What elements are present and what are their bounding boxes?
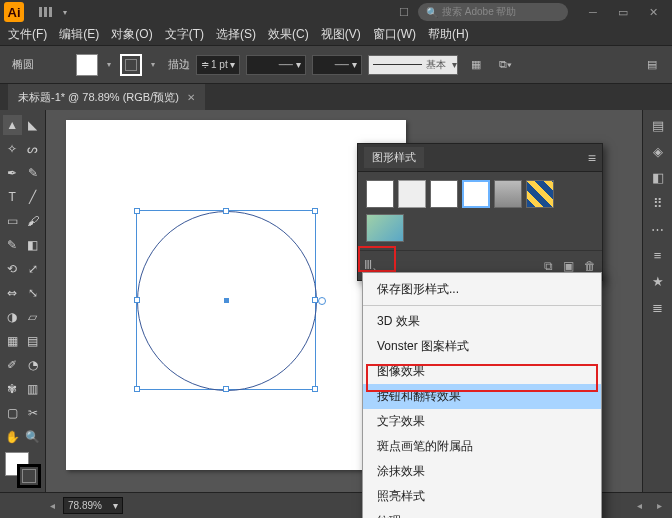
- resize-handle[interactable]: [134, 297, 140, 303]
- layers-panel-icon[interactable]: ≣: [647, 296, 669, 318]
- menu-item-text-effect[interactable]: 文字效果: [363, 409, 601, 434]
- graphic-style-swatch[interactable]: [526, 180, 554, 208]
- close-button[interactable]: ✕: [638, 2, 668, 22]
- shape-builder-tool-icon[interactable]: ◑: [3, 307, 22, 327]
- menu-select[interactable]: 选择(S): [210, 23, 262, 46]
- menu-item-illuminate[interactable]: 照亮样式: [363, 484, 601, 509]
- scale-tool-icon[interactable]: ⤢: [24, 259, 43, 279]
- pen-tool-icon[interactable]: ✒: [3, 163, 22, 183]
- variable-width-profile[interactable]: ── ▾: [246, 55, 306, 75]
- resize-handle[interactable]: [223, 386, 229, 392]
- brush-definition[interactable]: ── ▾: [312, 55, 362, 75]
- resize-handle[interactable]: [134, 208, 140, 214]
- eraser-tool-icon[interactable]: ◧: [24, 235, 43, 255]
- menu-view[interactable]: 视图(V): [315, 23, 367, 46]
- panel-menu-icon[interactable]: ≡: [588, 150, 596, 166]
- selection-bounding-box[interactable]: [136, 210, 316, 390]
- zoom-level-input[interactable]: 78.89%▾: [63, 497, 123, 514]
- graphic-style-swatch[interactable]: [398, 180, 426, 208]
- rectangle-tool-icon[interactable]: ▭: [3, 211, 22, 231]
- fill-dropdown-icon[interactable]: ▾: [104, 60, 114, 69]
- menu-type[interactable]: 文字(T): [159, 23, 210, 46]
- selection-tool-icon[interactable]: ▲: [3, 115, 22, 135]
- fill-stroke-indicator[interactable]: [5, 452, 41, 488]
- menu-effect[interactable]: 效果(C): [262, 23, 315, 46]
- direct-selection-tool-icon[interactable]: ◣: [24, 115, 43, 135]
- paintbrush-tool-icon[interactable]: 🖌: [24, 211, 43, 231]
- resize-handle[interactable]: [312, 386, 318, 392]
- menu-edit[interactable]: 编辑(E): [53, 23, 105, 46]
- sync-icon[interactable]: ☐: [390, 2, 418, 22]
- mesh-tool-icon[interactable]: ▦: [3, 331, 22, 351]
- resize-handle[interactable]: [312, 208, 318, 214]
- minimize-button[interactable]: ─: [578, 2, 608, 22]
- close-tab-icon[interactable]: ✕: [187, 92, 195, 103]
- options-icon[interactable]: ▤: [640, 53, 664, 77]
- magic-wand-tool-icon[interactable]: ✧: [3, 139, 22, 159]
- shaper-tool-icon[interactable]: ✎: [3, 235, 22, 255]
- panel-tab-graphic-styles[interactable]: 图形样式: [364, 147, 424, 168]
- nav-prev-icon[interactable]: ◂: [50, 500, 55, 511]
- graphic-style-preview-thumb[interactable]: [366, 214, 404, 242]
- column-graph-tool-icon[interactable]: ▥: [24, 379, 43, 399]
- workspace-switcher-icon[interactable]: [32, 2, 60, 22]
- opacity-icon[interactable]: ▦: [464, 53, 488, 77]
- menu-help[interactable]: 帮助(H): [422, 23, 475, 46]
- gradient-tool-icon[interactable]: ▤: [24, 331, 43, 351]
- rotate-tool-icon[interactable]: ⟲: [3, 259, 22, 279]
- zoom-tool-icon[interactable]: 🔍: [24, 427, 43, 447]
- break-link-icon[interactable]: ⧉: [544, 259, 553, 273]
- slice-tool-icon[interactable]: ✂: [24, 403, 43, 423]
- stroke-dropdown-icon[interactable]: ▾: [148, 60, 158, 69]
- width-tool-icon[interactable]: ⇔: [3, 283, 22, 303]
- resize-handle[interactable]: [223, 208, 229, 214]
- menu-item-blob-brush[interactable]: 斑点画笔的附属品: [363, 434, 601, 459]
- blend-tool-icon[interactable]: ◔: [24, 355, 43, 375]
- scroll-right-icon[interactable]: ▸: [652, 499, 666, 513]
- panel-header[interactable]: 图形样式 ≡: [358, 144, 602, 172]
- chevron-down-icon[interactable]: ▾: [60, 8, 70, 17]
- menu-window[interactable]: 窗口(W): [367, 23, 422, 46]
- perspective-tool-icon[interactable]: ▱: [24, 307, 43, 327]
- align-icon[interactable]: ⧉▾: [494, 53, 518, 77]
- eyedropper-tool-icon[interactable]: ✐: [3, 355, 22, 375]
- type-tool-icon[interactable]: T: [3, 187, 22, 207]
- menu-object[interactable]: 对象(O): [105, 23, 158, 46]
- document-tab[interactable]: 未标题-1* @ 78.89% (RGB/预览) ✕: [8, 84, 205, 110]
- delete-style-icon[interactable]: 🗑: [584, 259, 596, 273]
- color-panel-icon[interactable]: ◧: [647, 166, 669, 188]
- menu-item-vonster[interactable]: Vonster 图案样式: [363, 334, 601, 359]
- swatches-panel-icon[interactable]: ⠿: [647, 192, 669, 214]
- symbol-sprayer-tool-icon[interactable]: ✾: [3, 379, 22, 399]
- scroll-left-icon[interactable]: ◂: [632, 499, 646, 513]
- menu-item-texture[interactable]: 纹理: [363, 509, 601, 518]
- line-tool-icon[interactable]: ╱: [24, 187, 43, 207]
- resize-handle[interactable]: [134, 386, 140, 392]
- graphic-style-swatch[interactable]: [430, 180, 458, 208]
- artboard-tool-icon[interactable]: ▢: [3, 403, 22, 423]
- brushes-panel-icon[interactable]: ⋯: [647, 218, 669, 240]
- graphic-style-swatch[interactable]: [494, 180, 522, 208]
- libraries-panel-icon[interactable]: ◈: [647, 140, 669, 162]
- hand-tool-icon[interactable]: ✋: [3, 427, 22, 447]
- stroke-weight-input[interactable]: ≑1 pt▾: [196, 55, 240, 75]
- fill-swatch[interactable]: [76, 54, 98, 76]
- symbols-panel-icon[interactable]: ★: [647, 270, 669, 292]
- properties-panel-icon[interactable]: ▤: [647, 114, 669, 136]
- graphic-style-swatch-selected[interactable]: [462, 180, 490, 208]
- menu-item-3d-effect[interactable]: 3D 效果: [363, 305, 601, 334]
- menu-item-save-style[interactable]: 保存图形样式...: [363, 277, 601, 302]
- help-search-input[interactable]: 🔍 搜索 Adobe 帮助: [418, 3, 568, 21]
- curvature-tool-icon[interactable]: ✎: [24, 163, 43, 183]
- stroke-swatch[interactable]: [120, 54, 142, 76]
- menu-item-scribble[interactable]: 涂抹效果: [363, 459, 601, 484]
- lasso-tool-icon[interactable]: ᔕ: [24, 139, 43, 159]
- stroke-color-indicator[interactable]: [17, 464, 41, 488]
- new-style-icon[interactable]: ▣: [563, 259, 574, 273]
- free-transform-tool-icon[interactable]: ⤡: [24, 283, 43, 303]
- graphic-style-swatch[interactable]: [366, 180, 394, 208]
- restore-button[interactable]: ▭: [608, 2, 638, 22]
- stroke-panel-icon[interactable]: ≡: [647, 244, 669, 266]
- pie-widget-handle[interactable]: [318, 297, 326, 305]
- graphic-style-preview[interactable]: 基本▾: [368, 55, 458, 75]
